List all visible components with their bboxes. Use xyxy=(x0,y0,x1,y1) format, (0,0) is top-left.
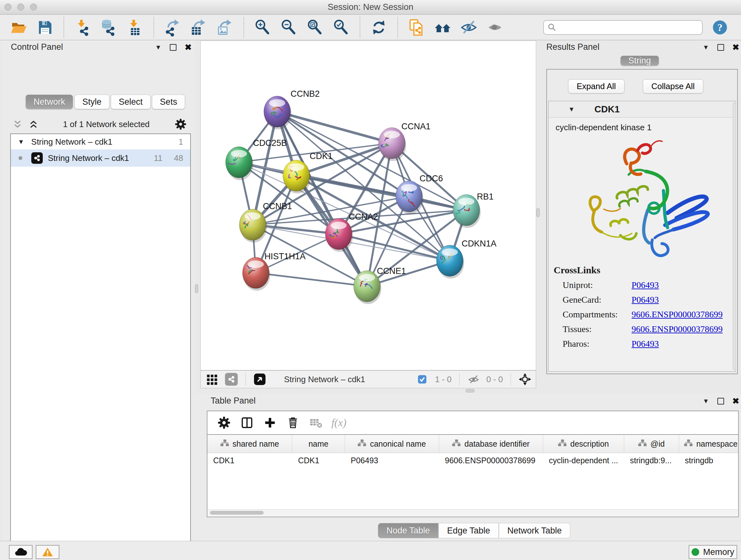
node-label-CCNB1: CCNB1 xyxy=(263,201,292,211)
open-in-new-window-icon[interactable] xyxy=(253,372,267,386)
birdseye-navigator-icon[interactable] xyxy=(518,372,532,386)
crosslink-value-link[interactable]: 9606.ENSP00000378699 xyxy=(631,324,723,334)
column-header-database-identifier[interactable]: database identifier xyxy=(439,435,543,453)
column-header-namespace[interactable]: namespace xyxy=(679,435,741,453)
float-panel-icon[interactable] xyxy=(170,44,177,51)
network-row[interactable]: String Network – cdk1 11 48 xyxy=(11,149,190,167)
network-collection-row[interactable]: ▼ String Network – cdk1 1 xyxy=(11,134,190,149)
collection-expand-icon[interactable]: ▼ xyxy=(18,138,24,145)
table-horizontal-scrollbar[interactable] xyxy=(208,509,738,516)
collapse-all-button[interactable]: Collapse All xyxy=(643,79,703,94)
toolbar-separator xyxy=(64,17,64,38)
table-row[interactable]: CDK1CDK1P064939606.ENSP00000378699cyclin… xyxy=(207,453,738,468)
maximize-window-icon[interactable] xyxy=(30,3,37,10)
gene-collapse-icon[interactable]: ▼ xyxy=(568,106,575,112)
column-header-shared-name[interactable]: shared name xyxy=(207,435,292,453)
fit-content-button[interactable] xyxy=(306,18,324,37)
column-header-name[interactable]: name xyxy=(292,435,345,453)
expand-all-networks-icon[interactable] xyxy=(28,119,39,130)
close-window-icon[interactable] xyxy=(4,3,11,10)
expand-all-button[interactable]: Expand All xyxy=(568,79,624,94)
save-session-button[interactable] xyxy=(36,18,54,37)
collection-name: String Network – cdk1 xyxy=(31,137,112,147)
delete-column-icon[interactable] xyxy=(285,415,301,431)
toggle-column-display-icon[interactable] xyxy=(239,415,255,431)
close-table-icon[interactable]: ✖ xyxy=(732,397,739,405)
collapse-results-icon[interactable]: ▼ xyxy=(703,44,709,51)
tab-network-table[interactable]: Network Table xyxy=(499,523,570,538)
left-splitter-handle[interactable] xyxy=(195,284,198,293)
network-view-canvas[interactable]: CCNB2CCNA1CDC25BCDK1CDC6RB1CCNB1CCNA2CDK… xyxy=(200,41,536,370)
zoom-in-button[interactable] xyxy=(254,18,272,37)
string-tools-icon[interactable] xyxy=(224,372,239,386)
tab-string[interactable]: String xyxy=(620,56,659,66)
column-header-description[interactable]: description xyxy=(543,435,624,453)
network-node-RB1[interactable]: RB1 xyxy=(453,192,493,228)
network-node-CDKN1A[interactable]: CDKN1A xyxy=(436,239,496,279)
network-node-CCNE1[interactable]: CCNE1 xyxy=(354,266,406,304)
export-image-button[interactable] xyxy=(216,18,234,37)
tab-select[interactable]: Select xyxy=(111,95,151,109)
scrollbar-thumb[interactable] xyxy=(210,511,264,515)
first-neighbors-button[interactable] xyxy=(434,18,452,37)
import-network-database-button[interactable] xyxy=(100,18,118,37)
hide-selected-button[interactable] xyxy=(460,18,478,37)
help-button[interactable]: ? xyxy=(711,18,729,37)
window-title: Session: New Session xyxy=(0,0,741,14)
tab-network[interactable]: Network xyxy=(25,95,73,109)
edge-CCNB2-RB1 xyxy=(277,112,467,210)
tab-sets[interactable]: Sets xyxy=(152,95,185,109)
bottom-splitter-handle[interactable] xyxy=(466,389,475,392)
tab-edge-table[interactable]: Edge Table xyxy=(439,523,499,538)
view-grid-icon[interactable] xyxy=(205,372,219,386)
network-options-gear-icon[interactable] xyxy=(174,117,188,131)
table-cell: CDK1 xyxy=(207,453,292,468)
collapse-table-icon[interactable]: ▼ xyxy=(703,398,709,404)
export-table-button[interactable] xyxy=(190,18,208,37)
crosslink-value-link[interactable]: P06493 xyxy=(631,339,659,349)
import-table-file-button[interactable] xyxy=(126,18,144,37)
warning-icon xyxy=(42,547,53,557)
results-scrollbar[interactable] xyxy=(733,103,736,370)
table-options-gear-icon[interactable] xyxy=(216,415,232,431)
column-header--id[interactable]: @id xyxy=(624,435,679,453)
create-column-icon[interactable] xyxy=(262,415,278,431)
function-builder-icon[interactable]: f(x) xyxy=(331,415,347,431)
refresh-view-button[interactable] xyxy=(370,18,388,37)
right-splitter-handle[interactable] xyxy=(536,208,540,217)
memory-button[interactable]: Memory xyxy=(689,545,737,559)
close-panel-icon[interactable]: ✖ xyxy=(185,44,192,51)
warning-status-button[interactable] xyxy=(36,545,59,559)
gene-section-header[interactable]: ▼ CDK1 xyxy=(549,101,736,118)
search-input[interactable] xyxy=(556,21,702,34)
cloud-status-button[interactable] xyxy=(9,545,32,559)
import-network-file-button[interactable] xyxy=(74,18,91,37)
collapse-panel-icon[interactable]: ▼ xyxy=(155,44,161,51)
delete-table-icon[interactable] xyxy=(308,415,324,431)
crosslink-row: Pharos:P06493 xyxy=(554,339,736,349)
export-network-button[interactable] xyxy=(164,18,182,37)
show-graphics-details-button[interactable] xyxy=(486,18,504,37)
network-node-HIST1H1A[interactable]: HIST1H1A xyxy=(243,252,306,291)
tab-style[interactable]: Style xyxy=(74,95,110,109)
crosslink-value-link[interactable]: P06493 xyxy=(631,295,659,305)
tab-node-table[interactable]: Node Table xyxy=(378,523,439,538)
float-results-icon[interactable] xyxy=(718,44,724,51)
new-network-from-selection-button[interactable] xyxy=(408,18,425,37)
minimize-window-icon[interactable] xyxy=(17,3,24,10)
crosslink-value-link[interactable]: P06493 xyxy=(631,280,659,290)
column-header-canonical-name[interactable]: canonical name xyxy=(345,435,439,453)
crosslink-value-link[interactable]: 9606.ENSP00000378699 xyxy=(631,309,723,320)
close-results-icon[interactable]: ✖ xyxy=(732,44,739,51)
collapse-all-networks-icon[interactable] xyxy=(12,119,23,130)
table-tabs: Node TableEdge TableNetwork Table xyxy=(378,523,570,538)
crosslink-row: Tissues:9606.ENSP00000378699 xyxy=(554,324,736,334)
selected-checkbox-icon[interactable] xyxy=(415,372,429,386)
string-network-icon xyxy=(31,152,43,164)
cloud-icon xyxy=(14,548,27,557)
float-table-icon[interactable] xyxy=(718,398,724,405)
gene-name: CDK1 xyxy=(595,104,620,115)
zoom-selected-button[interactable] xyxy=(332,18,350,37)
open-file-button[interactable] xyxy=(10,18,28,37)
zoom-out-button[interactable] xyxy=(280,18,298,37)
